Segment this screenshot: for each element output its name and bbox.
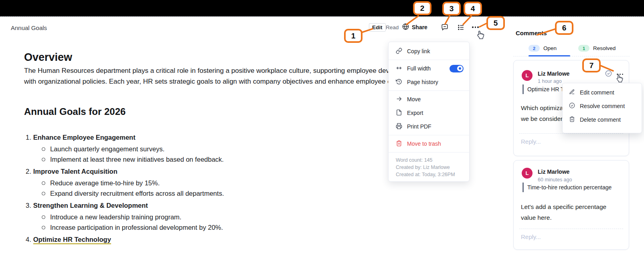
full-width-toggle[interactable]	[450, 65, 464, 72]
circle-bullet-icon	[42, 181, 45, 185]
open-count-badge: 2	[529, 45, 540, 52]
full-width-icon	[396, 65, 402, 72]
menu-divider	[389, 90, 469, 91]
tab-open[interactable]: 2 Open	[529, 45, 557, 52]
ellipsis-icon	[472, 26, 479, 28]
active-tab-underline	[529, 55, 570, 56]
word-count: Word count: 145	[396, 157, 462, 164]
reply-divider	[519, 133, 623, 134]
goal-item: Reduce average time-to-hire by 15%.	[26, 178, 387, 188]
move-icon	[396, 96, 402, 103]
goal-title: 1.Enhance Employee Engagement	[26, 132, 387, 143]
circle-bullet-icon	[42, 158, 45, 161]
top-divider	[0, 16, 644, 17]
circle-bullet-icon	[42, 147, 45, 151]
link-icon	[396, 48, 402, 55]
print-icon	[396, 123, 402, 131]
comment-timestamp: 60 minutes ago	[538, 177, 572, 183]
circle-bullet-icon	[42, 215, 45, 219]
menu-divider	[389, 152, 469, 153]
comment-actions	[605, 70, 623, 78]
reply-divider	[519, 229, 623, 229]
share-button[interactable]: Share	[402, 23, 427, 31]
comment-author: Liz Marlowe	[538, 70, 569, 77]
doc-heading-annual-goals: Annual Goals for 2026	[24, 106, 126, 117]
avatar: L	[522, 168, 533, 179]
comment-text-line: value here.	[521, 212, 552, 223]
comment-quote: Time-to-hire reduction percentage	[522, 183, 612, 192]
goal-item: Implement at least three new initiatives…	[26, 154, 387, 165]
menu-item-move-to-trash[interactable]: Move to trash	[389, 137, 469, 151]
page-info-footer: Word count: 145 Created by: Liz Marlowe …	[389, 154, 469, 178]
trash-icon	[569, 116, 575, 123]
callout-badge-4: 4	[464, 2, 482, 16]
callout-badge-7: 7	[582, 58, 601, 72]
globe-icon	[402, 23, 409, 31]
avatar: L	[522, 70, 533, 81]
goal-group: 4.Optimize HR Technology	[26, 234, 387, 245]
goal-title: 2.Improve Talent Acquisition	[26, 166, 387, 177]
app-window: Annual Goals Edit Read Share Overview Th…	[0, 0, 644, 253]
menu-item-full-width[interactable]: Full width	[389, 62, 469, 75]
goals-list: 1.Enhance Employee Engagement Launch qua…	[26, 132, 387, 246]
bulleted-list-icon	[458, 24, 464, 32]
menu-divider	[389, 60, 469, 60]
goal-item: Increase participation in professional d…	[26, 222, 387, 233]
created-by: Created by: Liz Marlowe	[396, 164, 462, 171]
callout-badge-5: 5	[486, 16, 505, 30]
comments-toggle-button[interactable]	[441, 24, 448, 32]
menu-item-copy-link[interactable]: Copy link	[389, 44, 469, 58]
top-black-bar	[0, 0, 644, 16]
callout-badge-6: 6	[555, 21, 573, 35]
edit-pencil-icon	[569, 89, 575, 96]
comment-options-menu: Edit comment Resolve comment Delete comm…	[562, 83, 642, 133]
resolve-check-icon[interactable]	[605, 70, 612, 78]
reply-input[interactable]: Reply...	[521, 138, 541, 145]
goal-item: Introduce a new leadership training prog…	[26, 212, 387, 222]
reply-input[interactable]: Reply...	[521, 233, 541, 240]
trash-icon	[396, 140, 402, 148]
tab-resolved[interactable]: 1 Resolved	[578, 45, 616, 52]
goal-group: 3.Strengthen Learning & Development Intr…	[26, 200, 387, 233]
menu-item-resolve-comment[interactable]: Resolve comment	[563, 99, 642, 113]
comment-bubble-icon	[441, 24, 448, 32]
doc-heading-overview: Overview	[24, 51, 72, 64]
menu-item-export[interactable]: Export	[389, 106, 469, 120]
history-icon	[396, 78, 402, 86]
callout-badge-2: 2	[413, 1, 431, 15]
goal-item: Launch quarterly engagement surveys.	[26, 144, 387, 154]
callout-badge-3: 3	[442, 2, 461, 16]
comment-author: Liz Marlowe	[538, 169, 569, 175]
circle-bullet-icon	[42, 226, 45, 229]
outline-button[interactable]	[458, 24, 464, 32]
goal-title-commented: 4.Optimize HR Technology	[26, 234, 387, 245]
page-options-menu: Copy link Full width Page history Move E…	[388, 42, 470, 182]
menu-item-page-history[interactable]: Page history	[389, 75, 469, 89]
menu-divider	[389, 135, 469, 135]
comment-card: L Liz Marlowe 60 minutes ago Time-to-hir…	[513, 160, 629, 250]
goal-group: 2.Improve Talent Acquisition Reduce aver…	[26, 166, 387, 199]
read-mode-button[interactable]: Read	[386, 24, 399, 30]
goal-group: 1.Enhance Employee Engagement Launch qua…	[26, 132, 387, 165]
toggle-knob	[457, 66, 463, 71]
created-at: Created at: Today, 3:26PM	[396, 171, 462, 178]
resolve-check-icon	[569, 102, 575, 110]
comment-more-icon[interactable]	[617, 74, 623, 75]
edit-mode-button[interactable]: Edit	[369, 23, 386, 32]
menu-item-print-pdf[interactable]: Print PDF	[389, 120, 469, 133]
more-options-button[interactable]	[472, 26, 479, 28]
menu-item-move[interactable]: Move	[389, 92, 469, 106]
comment-text-line: Let's add a specific percentage	[521, 201, 606, 212]
goal-item: Expand diversity recruitment efforts acr…	[26, 188, 387, 199]
comments-panel-title: Comments	[516, 30, 547, 36]
comment-timestamp: 1 hour ago	[538, 78, 562, 84]
menu-item-edit-comment[interactable]: Edit comment	[563, 86, 642, 99]
page-breadcrumb: Annual Goals	[11, 24, 47, 31]
export-icon	[396, 109, 402, 117]
share-label: Share	[412, 24, 427, 30]
goal-title: 3.Strengthen Learning & Development	[26, 200, 387, 211]
circle-bullet-icon	[42, 192, 45, 195]
hand-cursor-icon	[475, 30, 485, 42]
menu-item-delete-comment[interactable]: Delete comment	[563, 113, 642, 127]
resolved-count-badge: 1	[578, 45, 589, 52]
